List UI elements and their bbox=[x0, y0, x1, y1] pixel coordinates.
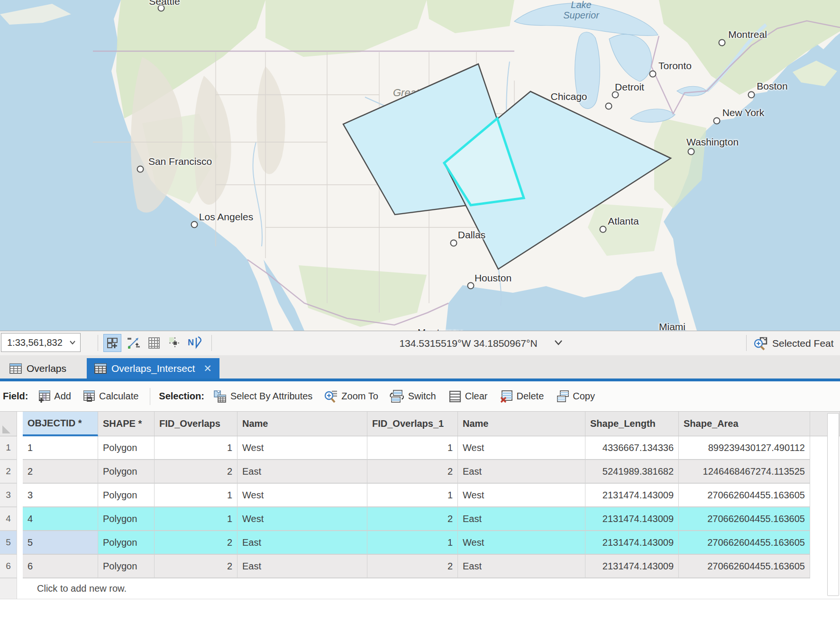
city-marker bbox=[688, 148, 695, 155]
column-header-shape[interactable]: SHAPE * bbox=[98, 412, 155, 436]
close-tab-icon[interactable]: ✕ bbox=[203, 363, 212, 374]
basemap: Great bbox=[0, 0, 840, 331]
north-arrow-button[interactable]: N bbox=[186, 334, 204, 352]
table-icon bbox=[94, 363, 107, 374]
table-toolbar: Field: Add Calculate Selection: bbox=[0, 381, 840, 412]
city-marker bbox=[649, 71, 657, 78]
city-label-atlanta: Atlanta bbox=[608, 216, 639, 227]
clear-selection-button[interactable]: Clear bbox=[448, 390, 488, 403]
city-label-new-york: New York bbox=[722, 107, 765, 118]
row-number[interactable]: 4 bbox=[0, 507, 17, 531]
zoom-selection-icon bbox=[753, 336, 768, 351]
map-status-bar: 1:33,561,832 bbox=[0, 331, 840, 356]
row-number-current[interactable]: 5 bbox=[0, 531, 17, 555]
switch-selection-button[interactable]: Switch bbox=[390, 389, 436, 404]
calculate-field-icon bbox=[82, 390, 96, 403]
column-header-objectid[interactable]: OBJECTID * bbox=[23, 412, 98, 436]
separator bbox=[98, 335, 98, 351]
north-arrow-icon: N bbox=[187, 336, 203, 350]
add-field-icon bbox=[37, 390, 51, 403]
measure-icon bbox=[127, 336, 140, 350]
city-label-los-angeles: Los Angeles bbox=[199, 211, 253, 223]
calculate-field-button[interactable]: Calculate bbox=[82, 390, 138, 403]
table-tab-strip: Overlaps Overlaps_Intersect ✕ bbox=[0, 355, 840, 381]
coordinate-caret-icon[interactable] bbox=[554, 339, 563, 346]
city-label-boston: Boston bbox=[757, 81, 787, 92]
separator bbox=[150, 388, 150, 405]
row-number[interactable]: 3 bbox=[0, 484, 17, 507]
select-by-attributes-button[interactable]: Select By Attributes bbox=[213, 389, 312, 404]
zoom-to-icon bbox=[324, 389, 338, 404]
row-number[interactable]: 6 bbox=[0, 555, 17, 578]
delete-selected-button[interactable]: Delete bbox=[500, 390, 544, 403]
map-view[interactable]: Great Seattle San Francisco Los Angeles … bbox=[0, 0, 840, 331]
city-label-san-francisco: San Francisco bbox=[148, 156, 212, 167]
table-grid-button[interactable] bbox=[145, 334, 163, 352]
selection-group-label: Selection: bbox=[159, 391, 204, 402]
current-cell[interactable]: 5 bbox=[23, 531, 98, 555]
scale-combobox[interactable]: 1:33,561,832 bbox=[1, 333, 81, 352]
lake-superior-label: LakeSuperior bbox=[563, 0, 599, 20]
separator bbox=[211, 335, 212, 351]
table-vertical-scrollbar[interactable] bbox=[827, 413, 839, 596]
column-header-name-2[interactable]: Name bbox=[458, 412, 585, 436]
city-marker bbox=[605, 103, 612, 110]
coordinate-readout: 134.5315519°W 34.1850967°N bbox=[399, 331, 537, 355]
svg-text:N: N bbox=[188, 338, 194, 347]
city-label-miami: Miami bbox=[659, 321, 685, 331]
city-label-seattle: Seattle bbox=[149, 0, 180, 7]
add-new-row[interactable]: Click to add new row. bbox=[17, 578, 840, 599]
city-label-montreal: Montreal bbox=[728, 29, 767, 40]
pane-layout-button[interactable] bbox=[103, 334, 121, 352]
zoom-to-button[interactable]: Zoom To bbox=[324, 389, 378, 404]
column-header-shape-length[interactable]: Shape_Length bbox=[585, 412, 679, 436]
clear-selection-icon bbox=[448, 390, 462, 403]
city-label-dallas: Dallas bbox=[458, 229, 485, 241]
row-number-blank bbox=[0, 578, 17, 599]
scale-value: 1:33,561,832 bbox=[7, 337, 63, 348]
city-label-houston: Houston bbox=[475, 272, 511, 284]
city-marker bbox=[600, 226, 607, 233]
add-field-button[interactable]: Add bbox=[37, 390, 71, 403]
tab-overlaps-intersect[interactable]: Overlaps_Intersect ✕ bbox=[87, 358, 219, 379]
city-marker bbox=[137, 166, 144, 173]
city-marker bbox=[450, 240, 457, 247]
tab-overlaps[interactable]: Overlaps bbox=[2, 358, 74, 379]
selected-features-label: Selected Feat bbox=[772, 338, 834, 349]
row-number[interactable]: 2 bbox=[0, 460, 17, 484]
attribute-table: OBJECTID * SHAPE * FID_Overlaps Name FID… bbox=[0, 411, 840, 599]
zoom-to-selected-control[interactable]: Selected Feat bbox=[753, 331, 834, 355]
city-marker bbox=[719, 39, 726, 46]
column-header-name[interactable]: Name bbox=[237, 412, 367, 436]
city-label-monterrey: Monterrey bbox=[418, 327, 463, 331]
select-by-attributes-icon bbox=[213, 389, 227, 404]
city-marker bbox=[748, 91, 755, 99]
snapping-button[interactable] bbox=[166, 334, 184, 352]
city-label-toronto: Toronto bbox=[658, 60, 692, 72]
field-group-label: Field: bbox=[3, 391, 28, 402]
dropdown-caret-icon[interactable] bbox=[70, 341, 75, 344]
measure-button[interactable] bbox=[124, 334, 142, 352]
city-marker bbox=[191, 221, 198, 228]
pane-layout-icon bbox=[106, 337, 119, 349]
city-marker bbox=[467, 282, 475, 289]
city-label-washington: Washington bbox=[686, 136, 739, 148]
table-icon bbox=[9, 363, 22, 374]
row-number[interactable]: 1 bbox=[0, 436, 17, 460]
column-header-fid-overlaps-1[interactable]: FID_Overlaps_1 bbox=[367, 412, 458, 436]
copy-rows-icon bbox=[556, 390, 569, 403]
city-label-chicago: Chicago bbox=[550, 91, 587, 102]
separator bbox=[746, 335, 747, 351]
copy-rows-button[interactable]: Copy bbox=[556, 390, 595, 403]
switch-selection-icon bbox=[390, 389, 405, 404]
delete-selected-icon bbox=[500, 390, 513, 403]
snapping-icon bbox=[168, 336, 182, 350]
city-marker bbox=[713, 117, 721, 125]
select-all-corner[interactable] bbox=[0, 412, 17, 436]
grid-icon bbox=[148, 337, 160, 349]
column-header-shape-area[interactable]: Shape_Area bbox=[679, 412, 810, 436]
city-label-detroit: Detroit bbox=[615, 81, 644, 93]
column-header-fid-overlaps[interactable]: FID_Overlaps bbox=[155, 412, 237, 436]
